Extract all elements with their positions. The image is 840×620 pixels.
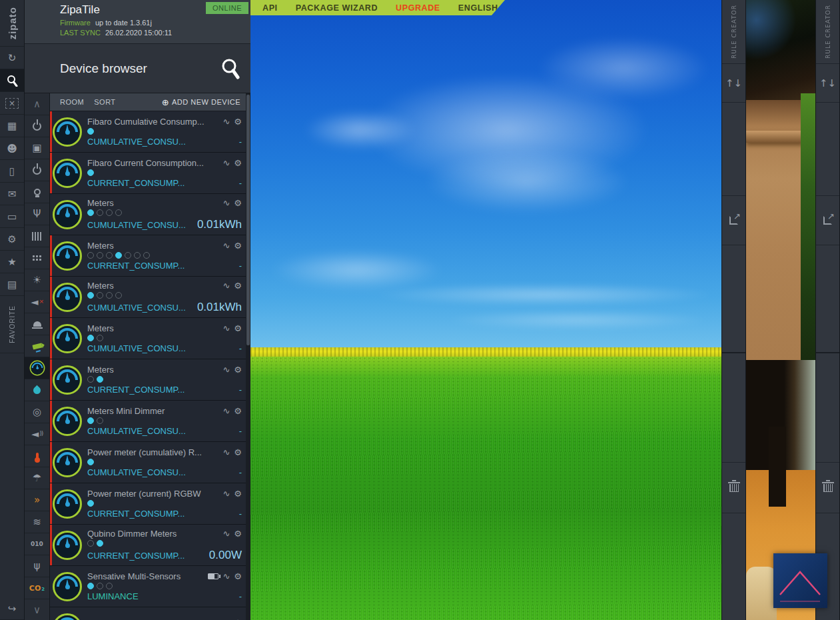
menu-item-package-wizard[interactable]: PACKAGE WIZARD <box>296 3 378 13</box>
device-channel[interactable]: CUMULATIVE_CONSU... <box>87 220 193 230</box>
endpoint-dot[interactable] <box>97 583 103 589</box>
search-icon[interactable] <box>220 57 241 80</box>
trash-icon[interactable] <box>722 463 745 513</box>
device-row[interactable]: Meters ∿ ⚙ CUMULATIVE_CONSU... 0.01kWh <box>50 277 246 318</box>
chart-icon[interactable]: ∿ <box>222 198 230 208</box>
endpoint-dot[interactable] <box>143 252 150 259</box>
chart-icon[interactable]: ∿ <box>222 489 230 499</box>
gear-icon[interactable]: ⚙ <box>234 489 242 499</box>
endpoint-dot[interactable] <box>87 209 94 216</box>
sync-icon[interactable]: ↻ <box>0 47 24 69</box>
plug-icon[interactable]: Ψ <box>25 203 49 225</box>
endpoint-dot[interactable] <box>87 169 94 176</box>
achievements-icon[interactable]: ★ <box>0 251 24 273</box>
device-channel[interactable]: CURRENT_CONSUMP... <box>87 551 205 561</box>
endpoint-dot[interactable] <box>97 292 103 299</box>
endpoint-dot[interactable] <box>87 417 94 424</box>
gear-icon[interactable]: ⚙ <box>234 618 242 620</box>
device-row[interactable]: Meters Mini Dimmer ∿ ⚙ CUMULATIVE_CONSU.… <box>50 401 246 442</box>
menu-item-english[interactable]: ENGLISH <box>458 3 498 13</box>
chart-icon[interactable]: ∿ <box>222 158 230 168</box>
chart-icon[interactable]: ∿ <box>222 241 230 251</box>
messages-icon[interactable]: ✉ <box>0 183 24 205</box>
list-scrollbar[interactable] <box>246 93 250 620</box>
endpoint-dots[interactable] <box>87 500 242 507</box>
thermometer-icon[interactable] <box>25 445 49 467</box>
export-icon[interactable] <box>722 196 745 245</box>
sort-order-icon[interactable]: ↑↓ <box>722 64 745 103</box>
endpoint-dot[interactable] <box>97 335 103 341</box>
power2-icon[interactable] <box>25 159 49 181</box>
water-drop-icon[interactable] <box>25 379 49 401</box>
device-row[interactable]: Temperature S... ∿ ⚙ <box>50 607 246 620</box>
device-channel[interactable]: CUMULATIVE_CONSU... <box>87 467 235 477</box>
device-row[interactable]: Fibaro Cumulative Consump... ∿ ⚙ CUMULAT… <box>50 111 246 153</box>
gear-icon[interactable]: ⚙ <box>234 158 242 168</box>
logout-icon[interactable]: ↪ <box>0 597 24 620</box>
endpoint-dot[interactable] <box>87 500 94 507</box>
wallet-icon[interactable]: ▭ <box>0 205 24 228</box>
device-channel[interactable]: CURRENT_CONSUMP... <box>87 509 235 519</box>
endpoint-dot[interactable] <box>97 252 103 259</box>
sort-button[interactable]: SORT <box>94 98 115 106</box>
co2-icon[interactable]: CO₂ <box>25 577 49 599</box>
chart-icon[interactable]: ∿ <box>222 323 230 333</box>
endpoint-dot[interactable] <box>87 583 94 589</box>
speaker-icon[interactable]: ◄)) <box>25 423 49 445</box>
speaker-muted-icon[interactable]: ◄× <box>25 291 49 313</box>
gear-icon[interactable]: ⚙ <box>234 117 242 127</box>
export-icon[interactable] <box>816 196 839 245</box>
contacts-icon[interactable]: ▯ <box>0 160 24 183</box>
room-filter-button[interactable]: ROOM <box>60 98 84 106</box>
device-row[interactable]: Meters ∿ ⚙ CUMULATIVE_CONSU... - <box>50 318 246 359</box>
gear-icon[interactable]: ⚙ <box>234 198 242 208</box>
gear-icon[interactable]: ⚙ <box>234 365 242 375</box>
device-channel[interactable]: CUMULATIVE_CONSU... <box>87 137 235 147</box>
heating-icon[interactable] <box>25 225 49 247</box>
gear-icon[interactable]: ⚙ <box>234 529 242 539</box>
device-row[interactable]: Meters ∿ ⚙ CUMULATIVE_CONSU... 0.01kWh <box>50 194 246 235</box>
endpoint-dot[interactable] <box>106 583 113 589</box>
sound-waves-icon[interactable]: » <box>25 489 49 511</box>
chart-icon[interactable]: ∿ <box>222 571 230 581</box>
users-icon[interactable]: ☻ <box>0 137 24 160</box>
meter-gauge-icon[interactable] <box>25 357 49 379</box>
endpoint-dot[interactable] <box>115 292 122 299</box>
device-row[interactable]: Power meter (current) RGBW ∿ ⚙ CURRENT_C… <box>50 483 246 525</box>
endpoint-dots[interactable] <box>87 540 242 547</box>
weather-icon[interactable]: ☂ <box>25 467 49 489</box>
presence-icon[interactable]: ◎ <box>25 401 49 423</box>
endpoint-dot[interactable] <box>97 376 103 383</box>
endpoint-dot[interactable] <box>106 252 113 259</box>
endpoint-dot[interactable] <box>115 252 122 259</box>
endpoint-dot[interactable] <box>97 540 103 547</box>
zipato-logo-tile[interactable] <box>773 553 827 608</box>
device-row[interactable]: Meters ∿ ⚙ CURRENT_CONSUMP... - <box>50 235 246 277</box>
endpoint-dots[interactable] <box>87 376 242 383</box>
endpoint-dots[interactable] <box>87 252 242 259</box>
gear-icon[interactable]: ⚙ <box>234 323 242 333</box>
endpoint-dot[interactable] <box>87 252 94 259</box>
camera-icon[interactable] <box>25 335 49 357</box>
menu-item-api[interactable]: API <box>262 3 278 13</box>
endpoint-dot[interactable] <box>87 292 94 299</box>
chart-icon[interactable]: ∿ <box>222 117 230 127</box>
settings-icon[interactable]: ⚙ <box>0 228 24 251</box>
endpoint-dot[interactable] <box>87 540 94 547</box>
dots-grid-icon[interactable] <box>25 247 49 269</box>
endpoint-dot[interactable] <box>106 209 113 216</box>
device-channel[interactable]: CURRENT_CONSUMP... <box>87 261 235 271</box>
appliance-icon[interactable]: ▣ <box>25 137 49 159</box>
endpoint-dots[interactable] <box>87 459 242 466</box>
gear-icon[interactable]: ⚙ <box>234 241 242 251</box>
chevron-up-icon[interactable]: ∧ <box>25 93 49 115</box>
chevron-down-icon[interactable]: ∨ <box>25 599 49 620</box>
sort-order-icon[interactable]: ↑↓ <box>816 64 839 103</box>
rf-waves-icon[interactable]: ≋ <box>25 511 49 533</box>
gear-icon[interactable]: ⚙ <box>234 447 242 457</box>
transform-icon[interactable]: × <box>0 92 24 115</box>
device-channel[interactable]: LUMINANCE <box>87 591 235 601</box>
endpoint-dot[interactable] <box>134 252 141 259</box>
notes-icon[interactable]: ▤ <box>0 273 24 296</box>
search-icon[interactable] <box>0 69 24 92</box>
